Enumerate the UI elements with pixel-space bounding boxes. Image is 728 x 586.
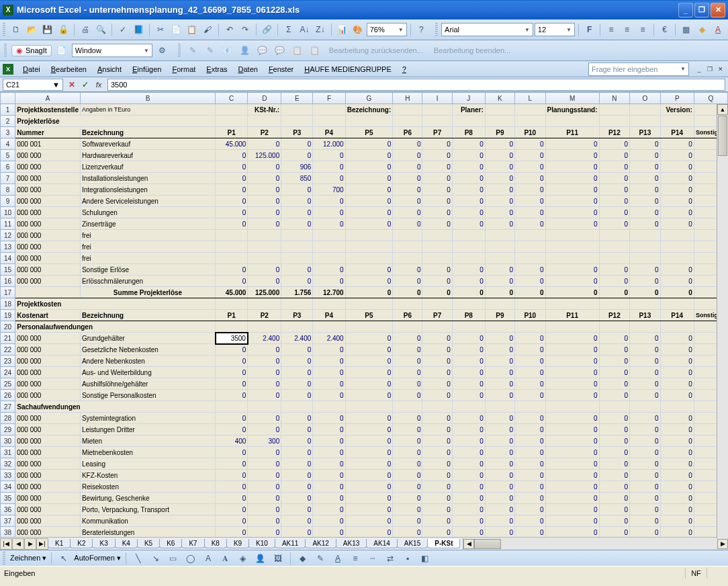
menu-einfügen[interactable]: Einfügen [127,64,167,75]
cell[interactable] [599,401,630,413]
cell[interactable] [345,401,393,413]
cell[interactable]: 0 [545,413,599,424]
cell[interactable]: 0 [313,504,345,515]
cell[interactable]: P11 [545,127,599,138]
cell[interactable]: 0 [545,161,599,173]
cell[interactable]: 0 [599,367,630,378]
cell[interactable]: 125.000 [248,287,281,298]
column-header[interactable]: C [216,93,248,104]
cell[interactable]: 0 [485,458,514,470]
cell[interactable] [313,241,345,253]
cell[interactable]: 0 [313,355,345,367]
cell[interactable]: P3 [281,127,313,138]
cell[interactable]: 0 [545,196,599,207]
cell[interactable] [660,116,694,127]
cell[interactable]: 0 [281,218,313,230]
cell[interactable]: 0 [422,138,452,150]
column-header[interactable]: G [345,93,393,104]
cell[interactable]: 0 [393,458,422,470]
cell[interactable]: 0 [452,458,485,470]
cell[interactable]: 0 [313,390,345,401]
cell[interactable]: 0 [515,493,546,504]
cell[interactable]: 0 [248,447,281,458]
menu-haufe mediengruppe[interactable]: HAUFE MEDIENGRUPPE [299,64,397,75]
cell[interactable]: 0 [345,161,393,173]
cell[interactable]: Nummer [15,127,81,138]
cell[interactable]: 0 [393,435,422,447]
cell[interactable]: 0 [313,196,345,207]
row-header[interactable]: 8 [1,184,15,196]
cell[interactable]: 0 [599,378,630,390]
snagit-window-combo[interactable]: Window▼ [72,44,152,57]
cell[interactable]: 0 [630,276,661,287]
cell[interactable]: 0 [599,390,630,401]
cell[interactable] [630,401,661,413]
cell[interactable]: 0 [515,333,546,344]
cell[interactable] [393,298,422,310]
cell[interactable]: 0 [281,196,313,207]
cell[interactable]: 125.000 [248,150,281,161]
cell[interactable]: 0 [630,447,661,458]
cell[interactable]: 0 [345,207,393,218]
cell[interactable]: 0 [545,150,599,161]
cell[interactable]: 0 [545,470,599,481]
cell[interactable]: 0 [281,367,313,378]
row-header[interactable]: 30 [1,435,15,447]
cell[interactable]: 0 [485,470,514,481]
enter-icon[interactable]: ✓ [79,79,91,91]
column-header[interactable]: J [452,93,485,104]
cell[interactable]: Integrationsleistungen [80,184,215,196]
cell[interactable]: 0 [248,378,281,390]
cell[interactable] [515,401,546,413]
cell[interactable]: 000 000 [15,264,81,276]
sheet-tab-AK15[interactable]: AK15 [397,539,428,548]
cell[interactable]: 0 [599,184,630,196]
cell[interactable] [393,401,422,413]
cell[interactable]: 300 [248,435,281,447]
cell[interactable]: 0 [422,504,452,515]
cell[interactable]: Personalaufwendungen [15,321,216,333]
cell[interactable]: 000 000 [15,515,81,527]
row-header[interactable]: 18 [1,298,15,310]
cell[interactable]: Bewirtung, Geschenke [80,493,215,504]
menu-daten[interactable]: Daten [233,64,263,75]
cell[interactable]: Andere Serviceleistungen [80,196,215,207]
cell[interactable]: 000 000 [15,184,81,196]
cell[interactable] [216,104,248,116]
cell[interactable] [216,116,248,127]
cell[interactable]: 0 [345,333,393,344]
align-center-icon[interactable]: ≡ [620,22,635,37]
cell[interactable]: 0 [393,447,422,458]
cell[interactable]: 0 [313,413,345,424]
cell[interactable]: 0 [452,435,485,447]
cell[interactable]: P12 [599,310,630,321]
cell[interactable]: 000 000 [15,344,81,355]
row-header[interactable]: 5 [1,150,15,161]
cell[interactable]: 0 [515,424,546,435]
cell[interactable]: 0 [630,515,661,527]
cell[interactable]: 45.000 [216,138,248,150]
zoom-combo[interactable]: 76%▼ [367,23,407,36]
sheet-tab-K1[interactable]: K1 [48,539,71,548]
sheet-tab-P-KSt[interactable]: P-KSt [427,539,460,548]
cell[interactable]: 0 [485,150,514,161]
cell[interactable]: 0 [545,424,599,435]
cell[interactable]: 0 [345,218,393,230]
cell[interactable] [485,401,514,413]
cell[interactable]: 0 [660,276,694,287]
cell[interactable]: 0 [345,515,393,527]
cell[interactable]: 0 [485,424,514,435]
cell[interactable] [393,241,422,253]
cell[interactable]: 0 [216,161,248,173]
row-header[interactable]: 16 [1,276,15,287]
cell[interactable]: 0 [630,333,661,344]
cell[interactable]: 0 [313,447,345,458]
cell[interactable]: 2.400 [248,333,281,344]
cell[interactable]: 0 [515,287,546,298]
cell[interactable]: 0 [345,264,393,276]
cell[interactable]: 0 [452,207,485,218]
cell[interactable]: Kostenart [15,310,81,321]
cell[interactable]: 0 [630,504,661,515]
cell[interactable] [422,230,452,241]
cell[interactable]: 0 [393,138,422,150]
